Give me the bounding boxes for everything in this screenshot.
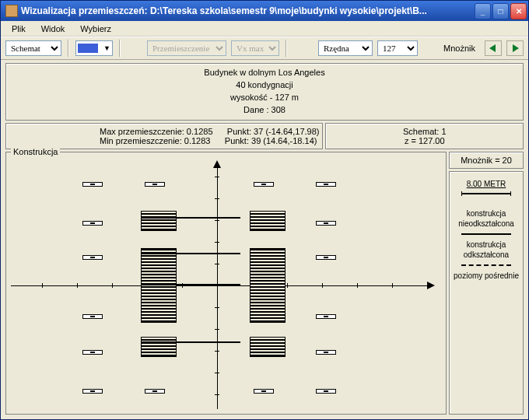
content-area: Budynek w dolnym Los Angeles 40 kondygna… xyxy=(1,60,528,419)
schemat-select[interactable]: Schemat xyxy=(5,40,61,56)
mnoznik-label: Mnożnik xyxy=(443,44,475,53)
header-line: Budynek w dolnym Los Angeles xyxy=(9,67,520,79)
header-panel: Budynek w dolnym Los Angeles 40 kondygna… xyxy=(5,63,524,121)
node xyxy=(316,389,336,394)
node xyxy=(82,314,103,319)
svg-marker-1 xyxy=(513,44,519,52)
header-line: Dane : 308 xyxy=(9,104,520,117)
legend-panel: 8.00 METR konstrukcja nieodkształcona ko… xyxy=(449,171,524,415)
node xyxy=(82,182,103,187)
side-column: Mnożnik = 20 8.00 METR konstrukcja nieod… xyxy=(449,152,524,415)
node xyxy=(316,221,336,226)
shear-wall xyxy=(250,337,286,357)
menu-file[interactable]: Plik xyxy=(4,23,33,35)
node xyxy=(316,350,336,355)
vx-select: Vx max xyxy=(231,40,279,56)
stat-max: Max przemieszczenie: 0.1285 Punkt: 37 (-… xyxy=(100,127,319,136)
window-buttons: _ □ ✕ xyxy=(475,3,527,19)
scale-label: 8.00 METR xyxy=(467,180,506,188)
arrow-up-icon xyxy=(213,160,221,168)
mnoznik-value: Mnożnik = 20 xyxy=(453,156,520,165)
stat-z: z = 127.00 xyxy=(329,136,520,145)
node xyxy=(145,182,165,187)
shear-wall xyxy=(250,248,286,323)
header-line: wysokość - 127 m xyxy=(9,92,520,104)
shear-wall xyxy=(141,337,177,357)
rzedna-select[interactable]: Rzędna xyxy=(318,40,373,56)
displacement-select: Przemieszczenie xyxy=(147,40,226,56)
window-title: Wizualizacja przemieszczeń: D:\Tereska s… xyxy=(21,5,475,16)
node xyxy=(316,182,336,187)
app-icon xyxy=(5,5,18,17)
node xyxy=(316,314,336,319)
node xyxy=(145,389,165,394)
stat-schemat: Schemat: 1 xyxy=(329,127,520,136)
separator xyxy=(286,40,287,57)
app-window: Wizualizacja przemieszczeń: D:\Tereska s… xyxy=(0,0,529,420)
node xyxy=(254,182,274,187)
shear-wall xyxy=(250,211,286,231)
konstrukcja-fieldset: Konstrukcja xyxy=(5,152,447,415)
separator xyxy=(68,40,69,57)
mnoznik-decrease-button[interactable] xyxy=(485,40,502,56)
stats-panel: Max przemieszczenie: 0.1285 Punkt: 37 (-… xyxy=(5,123,323,149)
stats-side-panel: Schemat: 1 z = 127.00 xyxy=(325,123,524,149)
shear-wall xyxy=(141,211,177,231)
legend-deformed: konstrukcja odkształcona xyxy=(453,240,520,260)
close-button[interactable]: ✕ xyxy=(510,3,527,19)
header-line: 40 kondygnacji xyxy=(9,79,520,92)
node xyxy=(82,221,103,226)
menubar: Plik Widok Wybierz xyxy=(1,21,528,37)
rzedna-value-select[interactable]: 127 xyxy=(377,40,418,56)
beam xyxy=(141,253,240,254)
mnoznik-increase-button[interactable] xyxy=(506,40,524,56)
beam xyxy=(141,284,240,285)
swatch-icon xyxy=(78,44,98,53)
konstrukcja-legend: Konstrukcja xyxy=(11,147,60,156)
scale-bar xyxy=(461,193,511,194)
menu-view[interactable]: Widok xyxy=(33,23,73,35)
node xyxy=(254,389,274,394)
toolbar: Schemat ▼ Przemieszczenie Vx max Rzędna … xyxy=(1,37,528,60)
mnoznik-panel: Mnożnik = 20 xyxy=(449,152,524,169)
beam xyxy=(141,341,240,343)
plot-area xyxy=(11,162,441,409)
minimize-button[interactable]: _ xyxy=(475,3,491,19)
separator xyxy=(119,40,121,57)
legend-line-solid xyxy=(461,233,511,235)
node xyxy=(82,389,103,394)
shear-wall xyxy=(141,248,177,323)
titlebar: Wizualizacja przemieszczeń: D:\Tereska s… xyxy=(1,1,528,21)
legend-line-dashed xyxy=(461,264,511,266)
stat-min: Min przemieszczenie: 0.1283 Punkt: 39 (1… xyxy=(100,136,317,145)
node xyxy=(82,350,103,355)
beam xyxy=(141,217,240,219)
legend-levels: poziomy pośrednie xyxy=(454,271,519,281)
konstrukcja-wrap: Konstrukcja xyxy=(5,152,447,415)
color-select[interactable]: ▼ xyxy=(75,40,113,56)
legend-undeformed: konstrukcja nieodkształcona xyxy=(453,208,520,229)
node xyxy=(316,255,336,260)
maximize-button[interactable]: □ xyxy=(492,3,509,19)
chevron-down-icon: ▼ xyxy=(103,44,110,52)
stats-row: Max przemieszczenie: 0.1285 Punkt: 37 (-… xyxy=(5,123,524,149)
arrow-right-icon xyxy=(427,282,435,289)
svg-marker-0 xyxy=(489,44,496,52)
bottom-row: Konstrukcja Mnożnik = 20 8.00 METR xyxy=(5,152,524,415)
menu-select[interactable]: Wybierz xyxy=(72,23,119,35)
node xyxy=(82,255,103,260)
